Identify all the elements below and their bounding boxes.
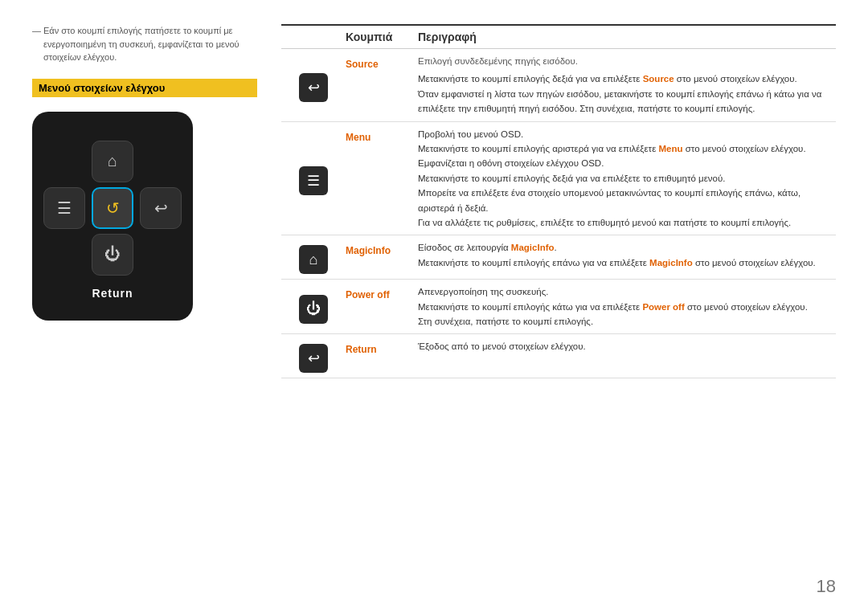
table-header: Κουμπιά Περιγραφή <box>281 26 836 49</box>
magicinfo-desc: Είσοδος σε λειτουργία MagicInfo.Μετακινή… <box>418 240 836 274</box>
magicinfo-desc-text: Είσοδος σε λειτουργία MagicInfo.Μετακινή… <box>418 243 816 267</box>
return-name: Return <box>346 339 418 373</box>
menu-desc-text: Προβολή του μενού OSD.Μετακινήστε το κου… <box>418 129 806 227</box>
return-center-button[interactable]: ↺ <box>92 187 133 229</box>
source-icon-box: ↩ <box>299 73 328 102</box>
remote-row-top: ⌂ <box>92 141 133 182</box>
poweroff-desc-text: Απενεργοποίηση της συσκευής.Μετακινήστε … <box>418 287 808 326</box>
page-container: Εάν στο κουμπί επιλογής πατήσετε το κουμ… <box>0 0 868 613</box>
return-desc: Έξοδος από το μενού στοιχείων ελέγχου. <box>418 339 836 373</box>
remote-buttons-grid: ⌂ ☰ ↺ ↩ ⏻ <box>43 141 182 276</box>
section-title: Μενού στοιχείων ελέγχου <box>32 79 257 97</box>
menu-icon-box: ☰ <box>299 166 328 195</box>
table-body: ↩ Source Επιλογή συνδεδεμένης πηγής εισό… <box>281 49 836 378</box>
intro-text: Επιλογή συνδεδεμένης πηγής εισόδου. <box>418 54 836 68</box>
magicinfo-icon-cell: ⌂ <box>281 240 346 274</box>
menu-desc: Προβολή του μενού OSD.Μετακινήστε το κου… <box>418 127 836 231</box>
remote-row-middle: ☰ ↺ ↩ <box>43 187 182 229</box>
menu-icon-cell: ☰ <box>281 127 346 231</box>
magicinfo-icon-box: ⌂ <box>299 245 328 274</box>
poweroff-desc: Απενεργοποίηση της συσκευής.Μετακινήστε … <box>418 284 836 329</box>
return-icon-cell: ↩ <box>281 339 346 373</box>
page-number: 18 <box>817 576 836 597</box>
source-desc: Επιλογή συνδεδεμένης πηγής εισόδου. Μετα… <box>418 54 836 116</box>
source-button[interactable]: ↩ <box>140 187 182 229</box>
magicinfo-row: ⌂ MagicInfo Είσοδος σε λειτουργία MagicI… <box>281 235 836 280</box>
col-button-header <box>281 31 346 43</box>
magicinfo-name: MagicInfo <box>346 240 418 274</box>
right-panel: Κουμπιά Περιγραφή ↩ Source Επιλογή συνδε… <box>281 24 836 589</box>
menu-row: ☰ Menu Προβολή του μενού OSD.Μετακινήστε… <box>281 122 836 236</box>
return-desc-text: Έξοδος από το μενού στοιχείων ελέγχου. <box>418 341 586 351</box>
source-name: Source <box>346 54 418 116</box>
home-button[interactable]: ⌂ <box>92 141 133 182</box>
poweroff-icon-cell: ⏻ <box>281 284 346 329</box>
poweroff-icon-box: ⏻ <box>299 295 328 324</box>
source-row: ↩ Source Επιλογή συνδεδεμένης πηγής εισό… <box>281 49 836 122</box>
poweroff-row: ⏻ Power off Απενεργοποίηση της συσκευής.… <box>281 280 836 334</box>
col-name-header: Κουμπιά <box>346 31 418 43</box>
source-desc-text: Μετακινήστε το κουμπί επιλογής δεξιά για… <box>418 74 821 113</box>
source-icon-cell: ↩ <box>281 54 346 116</box>
remote-label: Return <box>92 287 133 300</box>
menu-name: Menu <box>346 127 418 231</box>
return-icon-box: ↩ <box>299 344 328 373</box>
col-desc-header: Περιγραφή <box>418 31 836 43</box>
top-note: Εάν στο κουμπί επιλογής πατήσετε το κουμ… <box>32 24 257 64</box>
left-panel: Εάν στο κουμπί επιλογής πατήσετε το κουμ… <box>32 24 257 589</box>
menu-button[interactable]: ☰ <box>43 187 85 229</box>
remote-device: ⌂ ☰ ↺ ↩ ⏻ Return <box>32 112 193 321</box>
remote-row-bottom: ⏻ <box>92 234 133 276</box>
return-row: ↩ Return Έξοδος από το μενού στοιχείων ε… <box>281 334 836 378</box>
power-button[interactable]: ⏻ <box>92 234 133 276</box>
poweroff-name: Power off <box>346 284 418 329</box>
